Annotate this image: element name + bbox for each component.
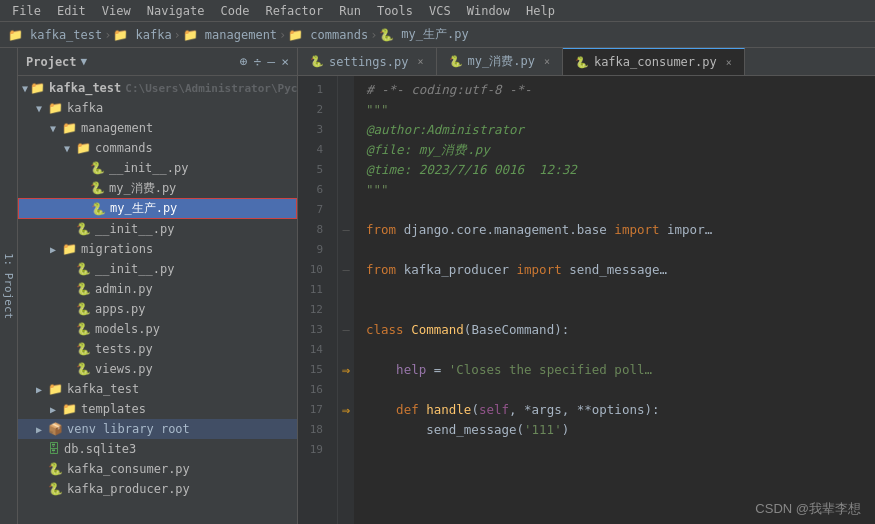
sidebar-panel[interactable]: 1: Project [0, 48, 18, 524]
code-line-8: from django.core.management.base import … [366, 220, 863, 240]
gutter-8: – [338, 220, 354, 240]
py-icon: 🐍 [91, 202, 106, 216]
folder-icon: 📁 [183, 28, 198, 42]
folder-icon: 📁 [62, 402, 77, 416]
ln-8: 8 [298, 220, 329, 240]
tab-kafka-consumer[interactable]: 🐍 kafka_consumer.py × [563, 48, 745, 75]
tree-item-init2[interactable]: ▶ 🐍 __init__.py [18, 219, 297, 239]
ln-16: 16 [298, 380, 329, 400]
tab-close-settings[interactable]: × [417, 56, 423, 67]
py-icon: 🐍 [90, 161, 105, 175]
code-line-1: # -*- coding:utf-8 -*- [366, 80, 863, 100]
settings-icon[interactable]: ÷ [254, 54, 262, 69]
breadcrumb-management[interactable]: 📁 management [183, 28, 277, 42]
item-label: management [81, 121, 153, 135]
sidebar-label: 1: Project [2, 253, 15, 319]
ln-2: 2 [298, 100, 329, 120]
tree-item-kafka[interactable]: ▼ 📁 kafka [18, 98, 297, 118]
tree-item-templates[interactable]: ▶ 📁 templates [18, 399, 297, 419]
ln-15: 15 [298, 360, 329, 380]
tree-item-migrations[interactable]: ▶ 📁 migrations [18, 239, 297, 259]
project-panel-title: Project ▼ [26, 55, 87, 69]
menu-code[interactable]: Code [213, 2, 258, 20]
gutter-9 [338, 240, 354, 260]
py-icon: 🐍 [76, 362, 91, 376]
code-line-17: def handle ( self , *args, **options): [366, 400, 863, 420]
ln-18: 18 [298, 420, 329, 440]
tree-item-apps[interactable]: ▶ 🐍 apps.py [18, 299, 297, 319]
ln-7: 7 [298, 200, 329, 220]
tree-item-views[interactable]: ▶ 🐍 views.py [18, 359, 297, 379]
ln-4: 4 [298, 140, 329, 160]
menu-vcs[interactable]: VCS [421, 2, 459, 20]
py-icon: 🐍 [90, 181, 105, 195]
py-icon: 🐍 [48, 482, 63, 496]
item-label: admin.py [95, 282, 153, 296]
tree-item-tests[interactable]: ▶ 🐍 tests.py [18, 339, 297, 359]
project-panel-actions: ⊕ ÷ — × [240, 54, 289, 69]
breadcrumb-commands[interactable]: 📁 commands [288, 28, 368, 42]
item-label: my_生产.py [110, 200, 177, 217]
menu-view[interactable]: View [94, 2, 139, 20]
expand-arrow: ▶ [50, 404, 60, 415]
tree-item-db[interactable]: ▶ 🗄 db.sqlite3 [18, 439, 297, 459]
breadcrumb-kafka-test[interactable]: 📁 kafka_test [8, 28, 102, 42]
code-line-3: @author:Administrator [366, 120, 863, 140]
tree-item-venv[interactable]: ▶ 📦 venv library root [18, 419, 297, 439]
tree-item-kafka-consumer[interactable]: ▶ 🐍 kafka_consumer.py [18, 459, 297, 479]
watermark: CSDN @我辈李想 [755, 500, 861, 518]
tree-item-commands[interactable]: ▼ 📁 commands [18, 138, 297, 158]
tree-item-init1[interactable]: ▶ 🐍 __init__.py [18, 158, 297, 178]
code-editor: 1 2 3 4 5 6 7 8 9 10 11 12 13 14 15 16 1 [298, 76, 875, 524]
menubar: File Edit View Navigate Code Refactor Ru… [0, 0, 875, 22]
breadcrumb-file[interactable]: 🐍 my_生产.py [379, 26, 468, 43]
collapse-icon[interactable]: — [267, 54, 275, 69]
ln-5: 5 [298, 160, 329, 180]
fold-indicator: – [342, 263, 349, 277]
expand-arrow: ▶ [36, 384, 46, 395]
code-line-14 [366, 340, 863, 360]
gutter-14 [338, 340, 354, 360]
menu-edit[interactable]: Edit [49, 2, 94, 20]
tree-item-init3[interactable]: ▶ 🐍 __init__.py [18, 259, 297, 279]
breadcrumb-kafka[interactable]: 📁 kafka [113, 28, 171, 42]
expand-arrow: ▼ [22, 83, 28, 94]
db-icon: 🗄 [48, 442, 60, 456]
item-label: templates [81, 402, 146, 416]
tree-item-management[interactable]: ▼ 📁 management [18, 118, 297, 138]
ln-1: 1 [298, 80, 329, 100]
tree-item-kafka-producer[interactable]: ▶ 🐍 kafka_producer.py [18, 479, 297, 499]
menu-tools[interactable]: Tools [369, 2, 421, 20]
gutter-7 [338, 200, 354, 220]
code-line-13: class Command ( BaseCommand ): [366, 320, 863, 340]
fold-indicator: – [342, 223, 349, 237]
menu-refactor[interactable]: Refactor [257, 2, 331, 20]
close-icon[interactable]: × [281, 54, 289, 69]
tree-item-admin[interactable]: ▶ 🐍 admin.py [18, 279, 297, 299]
tab-label: kafka_consumer.py [594, 55, 717, 69]
menu-navigate[interactable]: Navigate [139, 2, 213, 20]
add-icon[interactable]: ⊕ [240, 54, 248, 69]
tree-item-kafka-test2[interactable]: ▶ 📁 kafka_test [18, 379, 297, 399]
tree-item-my-consumer[interactable]: ▶ 🐍 my_消费.py [18, 178, 297, 198]
root-path: C:\Users\Administrator\PycharmProjects\k… [125, 82, 297, 95]
tab-close-kafka-consumer[interactable]: × [726, 57, 732, 68]
code-content[interactable]: # -*- coding:utf-8 -*- """ @author:Admin… [354, 76, 875, 524]
tab-settings[interactable]: 🐍 settings.py × [298, 48, 437, 75]
breadcrumb: 📁 kafka_test › 📁 kafka › 📁 management › … [0, 22, 875, 48]
menu-window[interactable]: Window [459, 2, 518, 20]
menu-help[interactable]: Help [518, 2, 563, 20]
tab-icon: 🐍 [310, 55, 324, 68]
tree-item-my-producer[interactable]: ▶ 🐍 my_生产.py [18, 198, 297, 219]
code-line-10: from kafka_producer import send_message… [366, 260, 863, 280]
gutter-1 [338, 80, 354, 100]
menu-file[interactable]: File [4, 2, 49, 20]
tab-close-my-consumer[interactable]: × [544, 56, 550, 67]
tree-root[interactable]: ▼ 📁 kafka_test C:\Users\Administrator\Py… [18, 78, 297, 98]
project-dropdown-icon[interactable]: ▼ [81, 55, 88, 68]
menu-run[interactable]: Run [331, 2, 369, 20]
gutter-5 [338, 160, 354, 180]
tab-my-consumer[interactable]: 🐍 my_消费.py × [437, 48, 563, 75]
ln-3: 3 [298, 120, 329, 140]
tree-item-models[interactable]: ▶ 🐍 models.py [18, 319, 297, 339]
